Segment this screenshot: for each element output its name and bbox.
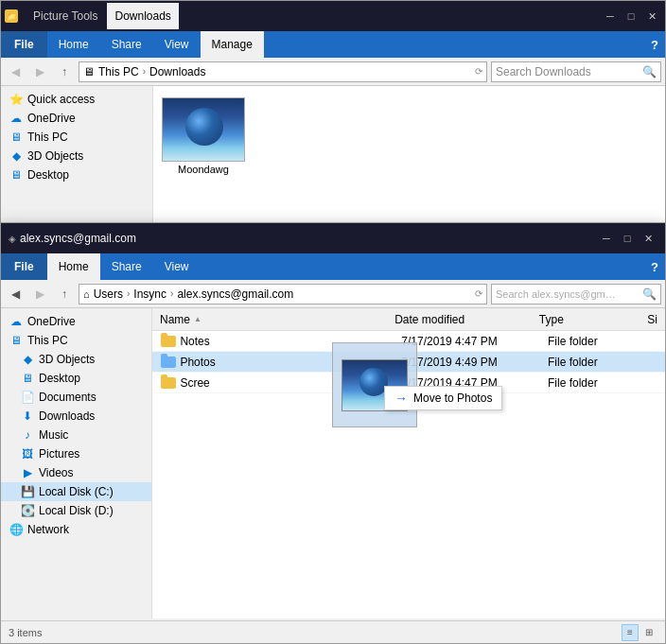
fg-titlebar-icon: ◈ [9,234,16,244]
bg-search-placeholder: Search Downloads [496,65,591,78]
fg-search-bar[interactable]: Search alex.syncs@gmail.com 🔍 [491,284,661,305]
fg-tab-view[interactable]: View [153,253,201,280]
disk-d-icon: 💽 [20,503,35,518]
fg-col-date-label: Date modified [394,313,464,326]
bg-title-downloads[interactable]: Downloads [107,3,178,29]
fg-address-account: alex.syncs@gmail.com [177,287,293,301]
fg-win-controls: ─ □ ✕ [597,229,657,248]
fg-address-refresh[interactable]: ⟳ [475,288,482,299]
bg-sidebar: ⭐ Quick access ☁ OneDrive 🖥 This PC ◆ 3D… [1,86,152,223]
fg-sidebar-localdisk-d[interactable]: 💽 Local Disk (D:) [1,501,151,520]
fg-minimize-button[interactable]: ─ [597,229,616,248]
fg-help-button[interactable]: ? [644,253,665,280]
bg-sidebar-onedrive-label: OneDrive [27,112,76,125]
cloud-icon: ☁ [9,314,24,329]
sort-arrow-icon: ▲ [194,315,202,323]
bg-tab-share[interactable]: Share [100,31,153,58]
fg-move-tooltip-label: Move to Photos [413,392,492,405]
bg-sidebar-quickaccess-label: Quick access [27,93,95,106]
bg-tab-manage[interactable]: Manage [201,31,264,58]
network-icon: 🌐 [9,522,24,537]
fg-toolbar: ◀ ▶ ↑ ⌂ Users › Insync › alex.syncs@gmai… [1,280,665,308]
fg-sidebar-documents[interactable]: 📄 Documents [1,388,151,407]
fg-up-button[interactable]: ↑ [54,284,75,305]
fg-view-details-button[interactable]: ≡ [622,624,639,641]
bg-address-bar[interactable]: 🖥 This PC › Downloads ⟳ [79,61,487,82]
doc-icon: 📄 [20,390,35,405]
bg-search-bar[interactable]: Search Downloads 🔍 [491,61,661,82]
bg-ribbon-tabs: Home Share View Manage [47,31,264,58]
bg-title-picture-tools[interactable]: Picture Tools [26,3,105,29]
bg-sep1: › [143,66,146,77]
fg-sidebar-localdisk-c[interactable]: 💾 Local Disk (C:) [1,482,151,501]
fg-window: ◈ alex.syncs@gmail.com ─ □ ✕ File Home S… [0,222,666,644]
fg-ribbon-file-tab[interactable]: File [1,253,47,280]
folder-icon-photos [160,354,176,371]
fg-sidebar-localdisk-d-label: Local Disk (D:) [39,504,114,517]
fg-status-bar: 3 items ≡ ⊞ [1,620,665,643]
fg-tab-share[interactable]: Share [100,253,153,280]
fg-col-size[interactable]: Si [647,313,657,326]
fg-search-icon[interactable]: 🔍 [642,287,657,301]
fg-address-bar[interactable]: ⌂ Users › Insync › alex.syncs@gmail.com … [79,284,487,305]
bg-address-downloads: Downloads [149,65,205,78]
fg-back-button[interactable]: ◀ [5,284,26,305]
fg-view-large-button[interactable]: ⊞ [640,624,657,641]
fg-view-buttons: ≡ ⊞ [622,624,657,641]
bg-ribbon-file-tab[interactable]: File [1,31,47,58]
fg-sidebar-music[interactable]: ♪ Music [1,426,151,444]
bg-content: ⭐ Quick access ☁ OneDrive 🖥 This PC ◆ 3D… [1,86,665,223]
video-icon: ▶ [20,465,35,480]
fg-sidebar-videos[interactable]: ▶ Videos [1,463,151,482]
bg-help-button[interactable]: ? [644,31,665,58]
fg-sidebar-desktop[interactable]: 🖥 Desktop [1,369,151,388]
bg-search-icon[interactable]: 🔍 [642,65,657,78]
bg-tab-view[interactable]: View [153,31,201,58]
fg-sidebar-onedrive[interactable]: ☁ OneDrive [1,312,151,331]
fg-sidebar-3dobjects[interactable]: ◆ 3D Objects [1,350,151,369]
fg-ribbon-tabs: Home Share View [47,253,201,280]
fg-sidebar-network-label: Network [27,523,69,536]
bg-address-icon: 🖥 [83,65,95,78]
fg-sidebar-videos-label: Videos [39,466,73,479]
bg-sidebar-item-thispc[interactable]: 🖥 This PC [1,128,152,147]
fg-sidebar-thispc[interactable]: 🖥 This PC [1,331,151,350]
earth-image [185,108,223,146]
bg-sidebar-item-quickaccess[interactable]: ⭐ Quick access [1,90,152,109]
bg-forward-button[interactable]: ▶ [29,61,50,82]
fg-forward-button[interactable]: ▶ [29,284,50,305]
bg-file-label: Moondawg [178,164,229,175]
bg-minimize-button[interactable]: ─ [601,7,620,26]
bg-sidebar-item-desktop[interactable]: 🖥 Desktop [1,165,152,184]
fg-sidebar-downloads[interactable]: ⬇ Downloads [1,407,151,426]
bg-file-thumbnail [162,97,245,162]
fg-col-size-label: Si [647,313,657,326]
bg-back-button[interactable]: ◀ [5,61,26,82]
fg-sidebar-pictures[interactable]: 🖼 Pictures [1,444,151,463]
bg-address-refresh[interactable]: ⟳ [475,66,482,77]
fg-col-date[interactable]: Date modified [394,313,539,326]
bg-tab-home[interactable]: Home [47,31,100,58]
fg-maximize-button[interactable]: □ [618,229,637,248]
fg-close-button[interactable]: ✕ [639,229,657,248]
fg-col-name[interactable]: Name ▲ [160,313,394,326]
fg-sidebar-documents-label: Documents [39,391,96,404]
bg-file-moondawg[interactable]: Moondawg [161,94,246,216]
bg-close-button[interactable]: ✕ [642,7,661,26]
fg-col-type[interactable]: Type [539,313,648,326]
fg-address-users: Users [94,287,123,301]
bg-up-button[interactable]: ↑ [54,61,75,82]
fg-tab-home[interactable]: Home [47,253,100,280]
desktop-icon: 🖥 [20,371,35,386]
row-scree-type: File folder [548,376,657,390]
fg-address-root-icon: ⌂ [83,288,90,300]
fg-sidebar-network[interactable]: 🌐 Network [1,520,151,539]
bg-main-content: Moondawg [152,86,665,223]
bg-sidebar-item-onedrive[interactable]: ☁ OneDrive [1,109,152,128]
download-icon: ⬇ [20,409,35,424]
bg-sidebar-item-3dobjects[interactable]: ◆ 3D Objects [1,147,152,165]
folder-icon-scree [160,374,176,392]
bg-maximize-button[interactable]: □ [622,7,640,26]
fg-status-text: 3 items [9,627,614,638]
fg-sidebar-localdisk-c-label: Local Disk (C:) [39,485,114,498]
